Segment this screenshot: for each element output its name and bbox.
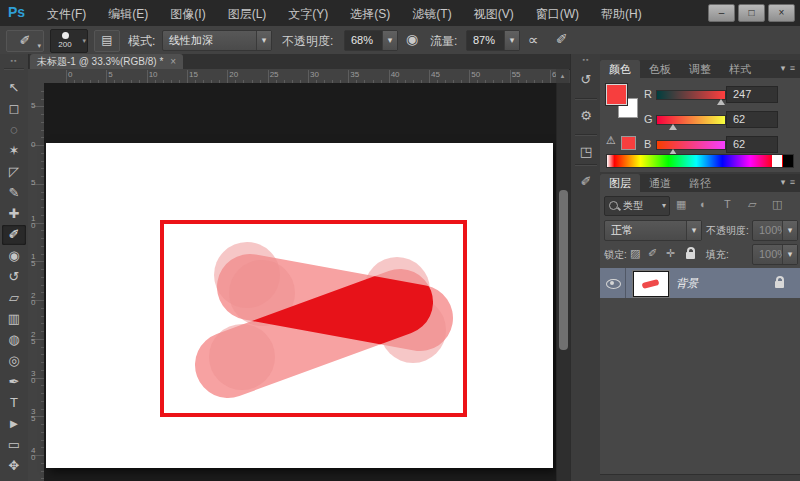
magic-wand-tool[interactable]: ✶: [2, 141, 26, 161]
layer-filter-dropdown[interactable]: 类型: [604, 196, 670, 216]
gradient-tool[interactable]: ▥: [2, 309, 26, 329]
color-panel-menu-icon[interactable]: [781, 63, 796, 73]
filter-shape-layers-icon[interactable]: ▱: [748, 198, 756, 211]
lock-image-icon[interactable]: ✐: [648, 247, 657, 260]
healing-brush-tool[interactable]: ✚: [2, 204, 26, 224]
tab-swatches[interactable]: 色板: [640, 60, 680, 78]
ruler-label: 1 5: [31, 253, 35, 267]
toggle-brush-panel-button[interactable]: ▤: [94, 30, 120, 52]
channel-slider-thumb[interactable]: [669, 124, 677, 130]
gamut-closest-color-swatch[interactable]: [621, 136, 636, 150]
tab-adjustments[interactable]: 调整: [680, 60, 720, 78]
toolbox-grip[interactable]: ▪▪: [0, 57, 28, 64]
opacity-dropdown[interactable]: 68%: [344, 30, 398, 51]
brush-presets-panel-icon[interactable]: ✐: [574, 170, 598, 194]
filter-type-layers-icon[interactable]: T: [724, 198, 731, 210]
history-brush-tool[interactable]: ↺: [2, 267, 26, 287]
tab-paths[interactable]: 路径: [680, 174, 720, 192]
blend-mode-dropdown[interactable]: 线性加深: [162, 30, 272, 51]
filter-adjustment-layers-icon[interactable]: ◐: [700, 198, 707, 210]
tab-styles[interactable]: 样式: [720, 60, 760, 78]
lock-position-icon[interactable]: ✛: [666, 247, 675, 260]
layer-blend-mode-dropdown[interactable]: 正常: [604, 220, 702, 241]
horizontal-ruler[interactable]: 051015202530354045505560: [44, 69, 556, 84]
dodge-tool[interactable]: ◎: [2, 351, 26, 371]
layer-visibility-cell[interactable]: [600, 268, 626, 298]
lasso-tool[interactable]: ◌: [2, 120, 26, 140]
pen-tool[interactable]: ✒: [2, 372, 26, 392]
rectangle-tool[interactable]: ▭: [2, 435, 26, 455]
filter-smart-object-icon[interactable]: ◫: [772, 198, 782, 211]
spectrum-white-swatch[interactable]: [772, 155, 782, 167]
move-tool[interactable]: ↖: [2, 78, 26, 98]
minimize-button[interactable]: –: [708, 4, 735, 22]
maximize-button[interactable]: □: [738, 4, 765, 22]
layer-row-background[interactable]: 背景: [600, 268, 800, 298]
channel-slider-g[interactable]: [656, 115, 726, 125]
document-tab[interactable]: 未标题-1 @ 33.3%(RGB/8) *×: [30, 54, 183, 69]
menu-window[interactable]: 窗口(W): [525, 1, 590, 27]
close-button[interactable]: ×: [768, 4, 795, 22]
history-panel-icon[interactable]: ↺: [574, 68, 598, 92]
eraser-tool[interactable]: ▱: [2, 288, 26, 308]
hand-tool[interactable]: ✥: [2, 456, 26, 476]
layer-opacity-dropdown[interactable]: 100%: [752, 220, 798, 241]
flow-value: 87%: [467, 31, 519, 49]
layers-panel-menu-icon[interactable]: [781, 177, 796, 187]
canvas-viewport[interactable]: [44, 83, 556, 481]
brush-tip-preview-icon: [62, 32, 69, 39]
gamut-warning-icon[interactable]: ⚠: [606, 134, 616, 147]
flow-dropdown[interactable]: 87%: [466, 30, 520, 51]
marquee-tool[interactable]: ◻: [2, 99, 26, 119]
ruler-corner[interactable]: [28, 69, 45, 84]
menu-type[interactable]: 文字(Y): [277, 1, 339, 27]
pressure-opacity-icon[interactable]: ◉: [406, 31, 418, 47]
vertical-scrollbar[interactable]: [556, 83, 570, 481]
path-selection-tool[interactable]: ►: [2, 414, 26, 434]
menu-edit[interactable]: 编辑(E): [97, 1, 159, 27]
channel-value-field[interactable]: 62: [726, 136, 778, 153]
eye-icon[interactable]: [606, 279, 621, 289]
menu-select[interactable]: 选择(S): [339, 1, 401, 27]
lock-transparency-icon[interactable]: ▨: [630, 247, 640, 260]
filter-pixel-layers-icon[interactable]: ▦: [676, 198, 686, 211]
layer-fill-dropdown[interactable]: 100%: [752, 244, 798, 265]
properties-panel-icon[interactable]: ⚙: [574, 104, 598, 128]
channel-value-field[interactable]: 247: [726, 86, 778, 103]
threed-panel-icon[interactable]: ◳: [574, 140, 598, 164]
brush-tool[interactable]: ✐: [2, 225, 26, 245]
type-tool[interactable]: T: [2, 393, 26, 413]
brush-size-picker[interactable]: 200: [50, 29, 88, 53]
menu-file[interactable]: 文件(F): [36, 1, 97, 27]
lock-all-icon[interactable]: [686, 252, 695, 259]
layer-thumbnail[interactable]: [633, 271, 669, 297]
eyedropper-tool[interactable]: ✎: [2, 183, 26, 203]
tab-color[interactable]: 颜色: [600, 60, 640, 78]
pressure-size-icon[interactable]: ✐: [556, 31, 568, 47]
channel-value-field[interactable]: 62: [726, 111, 778, 128]
clone-stamp-tool[interactable]: ◉: [2, 246, 26, 266]
crop-tool[interactable]: ◸: [2, 162, 26, 182]
tab-channels[interactable]: 通道: [640, 174, 680, 192]
channel-label: G: [644, 113, 653, 125]
menu-view[interactable]: 视图(V): [463, 1, 525, 27]
airbrush-icon[interactable]: ∝: [528, 31, 539, 49]
document-tab-close-icon[interactable]: ×: [170, 56, 176, 67]
tab-layers[interactable]: 图层: [600, 174, 640, 192]
menu-layer[interactable]: 图层(L): [217, 1, 278, 27]
vertical-ruler[interactable]: 5051 01 52 02 53 03 54 0: [28, 83, 45, 481]
channel-slider-thumb[interactable]: [717, 99, 725, 105]
dock-grip[interactable]: ▪▪: [571, 56, 601, 63]
blur-tool[interactable]: ◍: [2, 330, 26, 350]
color-spectrum-ramp[interactable]: [606, 154, 794, 168]
channel-slider-r[interactable]: [656, 90, 726, 100]
menu-help[interactable]: 帮助(H): [590, 1, 653, 27]
spectrum-black-swatch[interactable]: [783, 155, 793, 167]
channel-slider-b[interactable]: [656, 140, 726, 150]
menu-filter[interactable]: 滤镜(T): [401, 1, 462, 27]
menu-image[interactable]: 图像(I): [159, 1, 216, 27]
canvas-artboard[interactable]: [46, 143, 553, 468]
scroll-up-icon[interactable]: ▴: [556, 69, 569, 84]
tool-preset-picker[interactable]: ✐: [6, 30, 44, 52]
vertical-scrollbar-thumb[interactable]: [559, 190, 568, 350]
